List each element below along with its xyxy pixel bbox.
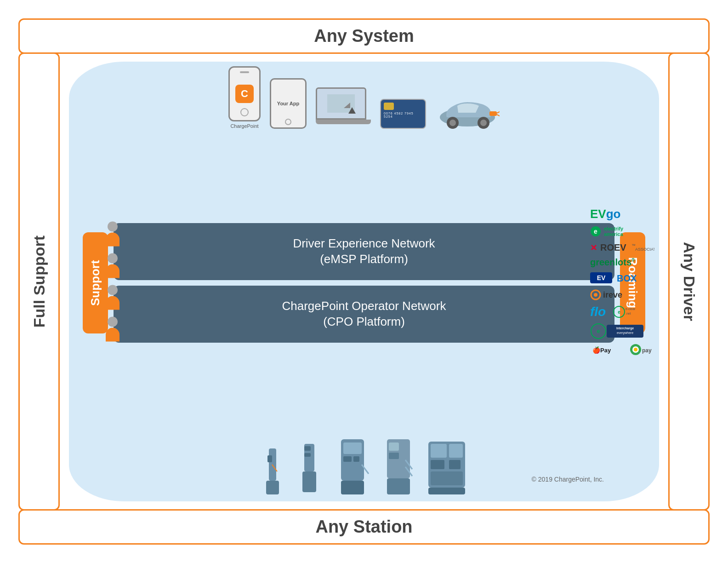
svg-text:Pay: Pay [600,347,611,354]
svg-line-38 [497,115,500,116]
svg-text:ROEV: ROEV [600,242,626,253]
ev-car-icon [435,92,500,129]
svg-rect-54 [387,478,410,494]
main-container: Any System Full Support [18,18,710,545]
ev-car-device [435,92,500,129]
people-icons-group [106,222,119,342]
svg-rect-49 [343,442,362,454]
emsp-label: Driver Experience Network(eMSP Platform) [293,236,435,266]
chargepoint-phone-device: C ChargePoint [228,66,261,129]
svg-rect-44 [302,471,316,492]
svg-rect-48 [341,481,364,494]
person-body-3 [106,296,119,310]
person-3 [106,285,119,310]
svg-rect-51 [353,456,359,462]
charging-station-1 [261,446,284,497]
person-1 [106,222,119,247]
svg-rect-61 [431,444,447,458]
svg-rect-60 [428,488,465,494]
svg-text:ireve: ireve [603,290,622,299]
electrify-america-logo: e electrify america [590,225,654,238]
svg-text:everywhere: everywhere [617,331,633,335]
person-4 [106,317,119,342]
your-app-device: Your App [270,78,307,129]
any-system-label: Any System [314,26,414,46]
svg-point-35 [480,120,487,126]
svg-rect-46 [304,453,311,457]
svg-rect-45 [304,446,311,451]
greenlots-logo: greenlots® [590,257,654,268]
svg-text:ASSOCIATION: ASSOCIATION [635,247,654,252]
svg-point-33 [449,120,456,126]
svg-rect-40 [266,481,279,494]
charging-stations-row [64,437,664,497]
credit-card-icon: 0076 4582 7945 5254 [380,99,426,129]
partner-logos-group: EVgo e electrify america ✕ ROEV [590,207,654,356]
svg-text:EV: EV [597,274,606,282]
chargepoint-label: ChargePoint [230,123,258,129]
svg-point-12 [594,293,597,297]
laptop-base [316,120,371,124]
center-cloud-area: EVgo e electrify america ✕ ROEV [60,52,668,511]
support-box: Support [83,232,108,333]
svg-text:.net: .net [626,312,631,315]
person-head-4 [108,317,118,327]
platforms-row: Support Driver Experience Network(eMSP P… [64,223,664,342]
your-app-label: Your App [277,101,299,106]
svg-line-37 [497,112,500,113]
svg-rect-63 [431,460,444,469]
emsp-platform-box: Driver Experience Network(eMSP Platform) [114,223,614,280]
svg-point-27 [634,348,637,351]
svg-rect-41 [267,455,272,462]
charging-station-2 [295,442,323,497]
any-station-label: Any Station [315,517,412,536]
svg-text:e: e [597,328,600,334]
person-head-1 [108,222,118,232]
laptop-icon [316,87,371,129]
chargepoint-phone-icon: C [228,66,261,121]
platform-boxes: Driver Experience Network(eMSP Platform)… [114,223,614,342]
charging-station-3 [334,437,371,497]
svg-text:pay: pay [642,347,652,354]
svg-text:BOX: BOX [617,273,637,283]
person-body-1 [106,233,119,247]
svg-rect-65 [431,471,463,485]
person-2 [106,253,119,278]
charging-station-4 [382,437,415,497]
intercharge-logo: e Intercharge everywhere [590,323,654,339]
chargepoint-logo: C [235,85,254,103]
svg-text:electrify: electrify [604,226,624,231]
applepay-googlepay-row: 🍎 Pay pay [590,343,654,356]
svg-rect-56 [389,453,399,459]
laptop-device [316,87,371,129]
any-driver-label: Any Driver [680,242,698,321]
svg-text:america: america [604,231,623,237]
card-number: 0076 4582 7945 5254 [384,112,422,118]
full-support-bar: Full Support [18,52,60,511]
copyright-text: © 2019 ChargePoint, Inc. [532,476,604,483]
laptop-screen [316,87,366,120]
svg-rect-29 [327,94,355,113]
cpo-platform-box: ChargePoint Operator Network(CPO Platfor… [114,286,614,343]
gireve-logo: ireve [590,289,654,301]
svg-text:✕: ✕ [590,243,597,253]
credit-card-device: 0076 4582 7945 5254 [380,99,426,129]
svg-text:e-clearing: e-clearing [626,307,636,311]
svg-rect-50 [343,456,352,462]
person-head-2 [108,253,118,264]
person-body-4 [106,328,119,342]
full-support-label: Full Support [30,236,48,327]
person-head-3 [108,285,118,295]
any-driver-bar: Any Driver [668,52,710,511]
charging-station-5 [426,437,467,497]
svg-rect-55 [389,442,399,451]
flo-eclearing-row: flo e e-clearing .net [590,304,654,319]
svg-rect-64 [449,460,461,469]
svg-text:🍎: 🍎 [592,346,601,354]
center-content: C ChargePoint Your App [60,52,668,511]
cpo-label: ChargePoint Operator Network(CPO Platfor… [282,299,446,328]
svg-text:e: e [594,228,597,235]
evbox-logo: EV BOX [590,271,654,285]
devices-row: C ChargePoint Your App [64,66,664,129]
svg-rect-62 [449,444,463,458]
